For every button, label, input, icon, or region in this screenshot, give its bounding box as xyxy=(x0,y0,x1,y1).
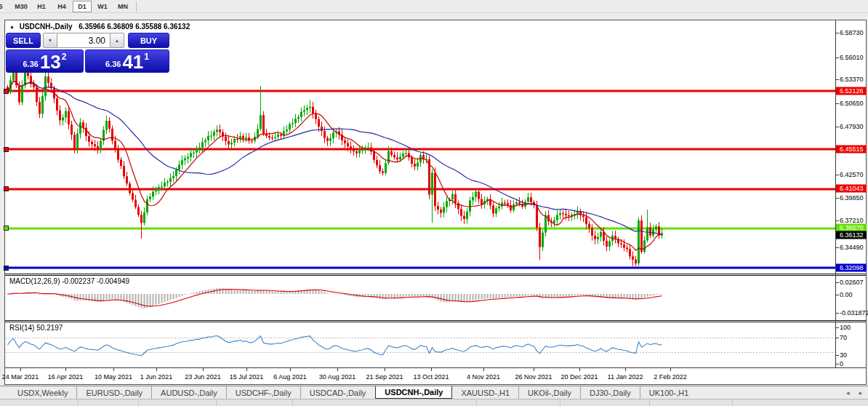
buy-button[interactable]: BUY xyxy=(128,33,169,48)
chart-symbol-period: USDCNH-,Daily xyxy=(20,23,73,31)
chart-title: ▲ USDCNH-,Daily 6.35966 6.36809 6.35588 … xyxy=(9,23,190,31)
price-axis-label: 6.47930 xyxy=(840,123,864,130)
macd-indicator-label: MACD(12,26,9) -0.002237 -0.004949 xyxy=(9,277,129,285)
status-separator xyxy=(138,400,139,406)
date-tick xyxy=(579,368,580,371)
price-axis-badge: 6.52126 xyxy=(836,87,867,95)
price-axis-label: 6.37210 xyxy=(840,217,864,224)
date-axis-label: 15 Jul 2021 xyxy=(230,373,264,381)
chart-tab[interactable]: USDCHF-,Daily xyxy=(226,386,300,399)
level-line-handle[interactable] xyxy=(4,89,9,94)
price-axis-label: 6.39850 xyxy=(840,194,864,202)
chart-tab[interactable]: UK100-,H1 xyxy=(640,386,697,399)
time-axis-border xyxy=(5,367,866,368)
chart-tab-bar: USDX,WeeklyEURUSD-,DailyAUDUSD-,DailyUSD… xyxy=(0,386,868,399)
chart-tab[interactable]: DJ30-,Daily xyxy=(580,386,640,399)
timeframe-button[interactable]: D1 xyxy=(73,1,92,12)
sell-button[interactable]: SELL xyxy=(6,33,41,48)
rsi-canvas[interactable] xyxy=(6,322,835,367)
date-axis-label: 26 Nov 2021 xyxy=(515,373,552,381)
price-axis-badge: 6.32098 xyxy=(836,264,867,272)
timeframe-button[interactable]: H1 xyxy=(32,1,51,12)
price-axis-label: 6.42570 xyxy=(840,171,864,178)
volume-decrease-button[interactable]: ▼ xyxy=(43,33,57,48)
status-separator xyxy=(649,400,650,406)
date-tick xyxy=(534,368,534,371)
timeframe-button[interactable]: 5 xyxy=(0,1,10,12)
price-axis-badge: 6.41043 xyxy=(836,185,867,193)
timeframe-button[interactable]: H4 xyxy=(52,1,71,12)
date-tick xyxy=(65,368,66,371)
volume-input[interactable] xyxy=(57,33,110,48)
date-axis-label: 4 Nov 2021 xyxy=(467,373,500,381)
chart-tab[interactable]: XAUUSD-,H1 xyxy=(452,386,518,399)
macd-axis-label: 0.02607 xyxy=(840,279,864,286)
tab-scroll-left-icon[interactable]: ◄ xyxy=(845,390,851,397)
date-axis-label: 10 May 2021 xyxy=(95,373,132,381)
rsi-axis-label: 30 xyxy=(840,351,847,359)
date-tick xyxy=(337,368,338,371)
rsi-axis-label: 70 xyxy=(840,334,847,341)
price-axis-label: 6.34490 xyxy=(840,244,864,251)
macd-rsi-splitter[interactable] xyxy=(5,320,866,322)
rsi-axis-label: 100 xyxy=(840,324,851,331)
collapse-triangle-icon[interactable]: ▲ xyxy=(9,24,15,29)
date-axis-label: 21 Sep 2021 xyxy=(366,373,403,381)
date-axis-label: 30 Aug 2021 xyxy=(319,373,356,381)
rsi-indicator-label: RSI(14) 50.2197 xyxy=(9,324,63,332)
macd-axis-label: -0.031872 xyxy=(840,309,868,317)
timeframe-toolbar: 5M30H1H4D1W1MN xyxy=(0,0,868,13)
date-tick xyxy=(203,368,204,371)
price-axis-label: 6.56010 xyxy=(840,54,864,61)
date-axis-label: 23 Jun 2021 xyxy=(185,373,221,381)
buy-price-small: 6.36 xyxy=(105,60,121,68)
sell-price-sup: 2 xyxy=(62,52,67,62)
chart-tab[interactable]: EURUSD-,Daily xyxy=(76,386,151,399)
date-axis-label: 2 Feb 2022 xyxy=(654,373,687,381)
volume-increase-button[interactable]: ▲ xyxy=(110,33,124,48)
chart-tab[interactable]: USDX,Weekly xyxy=(9,386,76,399)
sell-price-panel[interactable]: 6.36 13 2 xyxy=(6,49,84,73)
date-axis-label: 11 Jan 2022 xyxy=(608,373,643,381)
status-separator xyxy=(476,400,477,406)
down-arrow-icon: ▼ xyxy=(48,38,53,43)
chart-window: ▲ USDCNH-,Daily 6.35966 6.36809 6.35588 … xyxy=(4,20,867,385)
status-strip xyxy=(0,399,868,406)
status-separator xyxy=(732,400,733,406)
timeframe-button[interactable]: W1 xyxy=(93,1,112,12)
date-tick xyxy=(625,368,626,371)
timeframe-button[interactable]: MN xyxy=(113,1,132,12)
level-line-handle[interactable] xyxy=(4,147,9,152)
date-tick xyxy=(113,368,114,371)
chart-tab[interactable]: USDCAD-,Daily xyxy=(300,386,375,399)
level-line-handle[interactable] xyxy=(4,226,9,231)
date-axis-label: 6 Aug 2021 xyxy=(273,373,307,381)
level-line-handle[interactable] xyxy=(4,266,9,271)
status-separator xyxy=(292,400,293,406)
timeframe-button[interactable]: M30 xyxy=(12,1,31,12)
chart-tab[interactable]: AUDUSD-,Daily xyxy=(151,386,226,399)
date-tick xyxy=(156,368,157,371)
rsi-axis-label: 0 xyxy=(840,360,843,367)
tab-scroll-arrows: ◄ ► xyxy=(845,386,864,399)
price-axis-label: 6.58730 xyxy=(840,29,864,36)
date-tick xyxy=(20,368,21,371)
main-macd-splitter[interactable] xyxy=(5,274,866,276)
status-separator xyxy=(78,400,79,406)
date-tick xyxy=(431,368,432,371)
sell-price-big: 13 xyxy=(40,53,61,71)
buy-price-panel[interactable]: 6.36 41 1 xyxy=(85,49,169,73)
date-tick xyxy=(246,368,247,371)
mt4-screen: 5M30H1H4D1W1MN ▲ USDCNH-,Daily 6.35966 6… xyxy=(0,0,868,406)
one-click-trading-widget: SELL ▼ ▲ BUY 6.36 13 2 6.36 41 1 xyxy=(5,32,170,74)
macd-canvas[interactable] xyxy=(6,276,835,320)
price-axis-border xyxy=(835,20,836,367)
buy-price-big: 41 xyxy=(122,53,143,71)
chart-tab[interactable]: USDCNH-,Daily xyxy=(375,386,452,399)
date-tick xyxy=(385,368,385,371)
level-line-handle[interactable] xyxy=(4,186,9,191)
date-tick xyxy=(290,368,291,371)
date-axis-label: 13 Oct 2021 xyxy=(413,373,449,381)
tab-scroll-right-icon[interactable]: ► xyxy=(858,390,864,397)
chart-tab[interactable]: UKOil-,Daily xyxy=(518,386,580,399)
